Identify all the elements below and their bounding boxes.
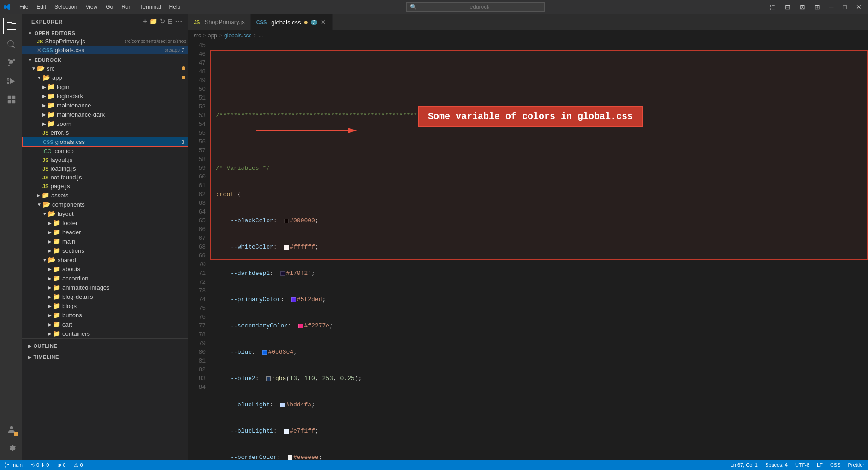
breadcrumb-app[interactable]: app	[208, 32, 217, 39]
run-debug-activity-icon[interactable]	[3, 73, 19, 89]
icon-ico-file[interactable]: ICO icon.ico	[22, 147, 188, 155]
containers-chevron: ▶	[48, 331, 52, 336]
account-activity-icon[interactable]	[3, 421, 19, 438]
search-activity-icon[interactable]	[3, 36, 19, 53]
containers-folder[interactable]: ▶ 📁 containers	[22, 329, 188, 338]
menu-file[interactable]: File	[16, 3, 32, 11]
close-globals-icon[interactable]: ✕	[37, 47, 42, 54]
assets-folder[interactable]: ▶ 📁 assets	[22, 190, 188, 200]
tab-shopprimary[interactable]: JS ShopPrimary.js	[188, 14, 251, 30]
maintenance-chevron: ▶	[42, 103, 46, 108]
language-status[interactable]: CSS	[826, 460, 844, 470]
open-editor-shopprimary[interactable]: JS ShopPrimary.js src/components/section…	[22, 37, 188, 46]
menu-view[interactable]: View	[82, 3, 101, 11]
edurock-section[interactable]: ▼ EDUROCK	[22, 54, 188, 64]
sync-status[interactable]: ⟲ 0 ⬇ 0	[27, 460, 53, 470]
layout-js-file[interactable]: JS layout.js	[22, 155, 188, 164]
open-editors-section[interactable]: ▼ OPEN EDITORS	[22, 28, 188, 37]
new-folder-icon[interactable]: 📁	[149, 18, 158, 26]
app-folder[interactable]: ▼ 📂 app	[22, 73, 188, 82]
zoom-folder[interactable]: ▶ 📁 zoom	[22, 119, 188, 128]
page-js-icon: JS	[42, 184, 48, 189]
login-folder[interactable]: ▶ 📁 login	[22, 82, 188, 91]
close-icon[interactable]: ✕	[853, 2, 864, 12]
tab-globals-css-icon: CSS	[256, 19, 267, 25]
collapse-all-icon[interactable]: ⊟	[167, 18, 173, 26]
blog-details-folder[interactable]: ▶ 📁 blog-details	[22, 292, 188, 301]
error-js-file[interactable]: JS error.js	[22, 128, 188, 137]
menu-run[interactable]: Run	[118, 3, 135, 11]
not-found-js-file[interactable]: JS not-found.js	[22, 173, 188, 182]
loading-js-file[interactable]: JS loading.js	[22, 164, 188, 173]
cart-label: cart	[62, 321, 188, 328]
warnings-status[interactable]: ⚠ 0	[70, 460, 86, 470]
sections-folder[interactable]: ▶ 📁 sections	[22, 246, 188, 255]
global-search-input[interactable]	[406, 2, 545, 12]
abouts-folder[interactable]: ▶ 📁 abouts	[22, 264, 188, 274]
open-editor-globals-css[interactable]: ✕ CSS globals.css src/app 3	[22, 46, 188, 54]
source-control-activity-icon[interactable]	[3, 54, 19, 71]
timeline-section-title[interactable]: ▶ TIMELINE	[22, 351, 188, 361]
page-js-file[interactable]: JS page.js	[22, 182, 188, 190]
login-dark-folder-icon: 📁	[47, 92, 55, 100]
globals-css-file[interactable]: CSS globals.css 3	[22, 137, 188, 147]
menu-edit[interactable]: Edit	[33, 3, 50, 11]
explorer-activity-icon[interactable]	[3, 18, 19, 34]
footer-folder[interactable]: ▶ 📁 footer	[22, 218, 188, 227]
extensions-activity-icon[interactable]	[3, 91, 19, 108]
cart-folder[interactable]: ▶ 📁 cart	[22, 320, 188, 329]
git-branch-status[interactable]: main	[0, 460, 26, 470]
buttons-folder[interactable]: ▶ 📁 buttons	[22, 310, 188, 320]
animated-images-folder[interactable]: ▶ 📁 animaited-images	[22, 283, 188, 292]
new-file-icon[interactable]: +	[143, 18, 147, 26]
accordion-folder[interactable]: ▶ 📁 accordion	[22, 274, 188, 283]
line-53: --primaryColor: #5f2ded;	[216, 295, 868, 304]
login-dark-folder[interactable]: ▶ 📁 login-dark	[22, 91, 188, 101]
page-js-label: page.js	[50, 183, 188, 190]
menu-help[interactable]: Help	[166, 3, 184, 11]
header-folder[interactable]: ▶ 📁 header	[22, 227, 188, 237]
maximize-icon[interactable]: □	[840, 2, 850, 12]
shared-folder[interactable]: ▼ 📂 shared	[22, 255, 188, 264]
tab-badge: 3	[311, 20, 317, 25]
src-folder[interactable]: ▼ 📂 src	[22, 64, 188, 73]
menu-selection[interactable]: Selection	[51, 3, 81, 11]
maintenance-folder[interactable]: ▶ 📁 maintenance	[22, 101, 188, 110]
breadcrumb-globals[interactable]: globals.css	[224, 32, 251, 39]
outline-section-title[interactable]: ▶ OUTLINE	[22, 340, 188, 350]
code-content[interactable]: /***************************************…	[210, 41, 868, 460]
encoding-status[interactable]: UTF-8	[791, 460, 813, 470]
indent-status[interactable]: Spaces: 4	[761, 460, 791, 470]
menu-terminal[interactable]: Terminal	[136, 3, 164, 11]
blogs-folder[interactable]: ▶ 📁 blogs	[22, 301, 188, 310]
layout-icon[interactable]: ⊟	[782, 2, 793, 12]
tab-globals-css[interactable]: CSS globals.css ● 3 ✕	[251, 14, 333, 30]
css-file-icon: CSS	[42, 48, 53, 53]
tab-globals-css-label: globals.css	[271, 19, 301, 26]
more-actions-icon[interactable]: ···	[175, 18, 183, 26]
open-editors-label: OPEN EDITORS	[34, 30, 75, 36]
minimize-icon[interactable]: ─	[826, 2, 837, 12]
formatter-status[interactable]: Prettier	[844, 460, 868, 470]
errors-status[interactable]: ⊗ 0	[54, 460, 69, 470]
components-folder[interactable]: ▼ 📂 components	[22, 200, 188, 209]
settings-activity-icon[interactable]	[3, 440, 19, 456]
panel-icon[interactable]: ⊠	[797, 2, 808, 12]
language-label: CSS	[830, 462, 841, 468]
abouts-chevron: ▶	[48, 267, 52, 272]
refresh-icon[interactable]: ↻	[160, 18, 166, 26]
buttons-chevron: ▶	[48, 313, 52, 318]
sidebar-toggle-icon[interactable]: ⬚	[767, 2, 779, 12]
breadcrumb-src[interactable]: src	[194, 32, 201, 39]
main-folder[interactable]: ▶ 📁 main	[22, 237, 188, 246]
maintenance-dark-folder[interactable]: ▶ 📁 maintenance-dark	[22, 110, 188, 119]
eol-status[interactable]: LF	[813, 460, 826, 470]
layout-folder[interactable]: ▼ 📂 layout	[22, 209, 188, 218]
breadcrumb-ellipsis[interactable]: ...	[258, 32, 263, 39]
shared-folder-icon: 📂	[48, 256, 56, 263]
cursor-position-status[interactable]: Ln 67, Col 1	[727, 460, 761, 470]
customize-layout-icon[interactable]: ⊞	[812, 2, 823, 12]
menu-go[interactable]: Go	[102, 3, 117, 11]
tab-close-icon[interactable]: ✕	[320, 18, 327, 26]
login-dark-label: login-dark	[57, 93, 188, 100]
